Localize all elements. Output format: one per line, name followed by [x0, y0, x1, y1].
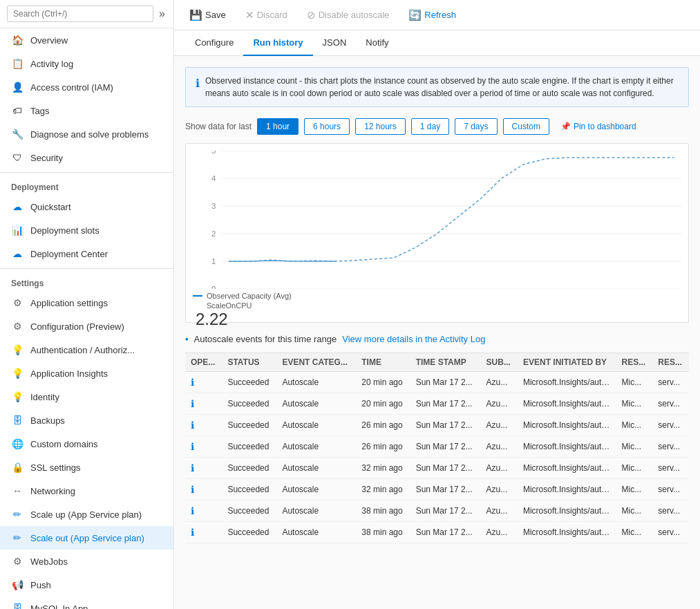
chart-value: 2.22	[196, 310, 681, 329]
sidebar-item-activity-log[interactable]: 📋 Activity log	[0, 52, 173, 75]
cell-op: ℹ	[185, 372, 222, 393]
refresh-icon: 🔄	[408, 9, 422, 21]
svg-text:4: 4	[211, 174, 216, 182]
cell-sub: Azu...	[481, 458, 518, 479]
time-btn-custom[interactable]: Custom	[503, 118, 549, 135]
tab-json[interactable]: JSON	[313, 30, 357, 56]
table-row[interactable]: ℹ Succeeded Autoscale 26 min ago Sun Mar…	[185, 415, 689, 436]
sidebar-item-identity[interactable]: 💡 Identity	[0, 385, 173, 409]
col-time: TIME	[356, 353, 410, 372]
table-row[interactable]: ℹ Succeeded Autoscale 26 min ago Sun Mar…	[185, 436, 689, 458]
configuration-icon: ⚙	[11, 320, 23, 332]
sidebar-item-scale-out[interactable]: ✏ Scale out (App Service plan)	[0, 526, 173, 550]
sidebar-item-networking[interactable]: ↔ Networking	[0, 479, 173, 503]
cell-timestamp: Sun Mar 17 2...	[410, 500, 481, 522]
table-row[interactable]: ℹ Succeeded Autoscale 38 min ago Sun Mar…	[185, 500, 689, 522]
table-row[interactable]: ℹ Succeeded Autoscale 20 min ago Sun Mar…	[185, 372, 689, 393]
cell-status: Succeeded	[222, 479, 276, 500]
cell-op: ℹ	[185, 393, 222, 415]
cell-timestamp: Sun Mar 17 2...	[410, 372, 481, 393]
time-btn-7days[interactable]: 7 days	[455, 118, 497, 135]
tab-configure[interactable]: Configure	[185, 30, 243, 56]
tab-run-history[interactable]: Run history	[243, 30, 312, 56]
activity-log-icon: 📋	[11, 57, 23, 70]
sidebar-item-app-settings[interactable]: ⚙ Application settings	[0, 291, 173, 315]
cell-initiator: Microsoft.Insights/autoscale...	[518, 436, 616, 458]
op-icon: ℹ	[191, 377, 194, 388]
tab-bar: Configure Run history JSON Notify	[174, 30, 700, 56]
pin-to-dashboard-button[interactable]: 📌 Pin to dashboard	[560, 122, 636, 131]
cell-category: Autoscale	[276, 479, 356, 500]
sidebar-item-backups[interactable]: 🗄 Backups	[0, 409, 173, 432]
pin-icon: 📌	[560, 122, 571, 131]
time-range-label: Show data for last	[185, 122, 252, 131]
sidebar-item-webjobs[interactable]: ⚙ WebJobs	[0, 550, 173, 573]
push-icon: 📢	[11, 579, 23, 591]
table-row[interactable]: ℹ Succeeded Autoscale 32 min ago Sun Mar…	[185, 458, 689, 479]
deployment-center-icon: ☁	[11, 247, 23, 260]
cell-category: Autoscale	[276, 522, 356, 543]
sidebar-item-push[interactable]: 📢 Push	[0, 573, 173, 597]
svg-text:5: 5	[211, 151, 216, 155]
sidebar-item-app-insights[interactable]: 💡 Application Insights	[0, 362, 173, 385]
sidebar-item-tags[interactable]: 🏷 Tags	[0, 99, 173, 122]
custom-domains-icon: 🌐	[11, 438, 23, 450]
cell-initiator: Microsoft.Insights/autoscale...	[518, 522, 616, 543]
sidebar-item-scale-up[interactable]: ✏ Scale up (App Service plan)	[0, 503, 173, 526]
sidebar-item-mysql[interactable]: 🗄 MySQL In App	[0, 597, 173, 609]
sidebar-item-ssl-settings[interactable]: 🔒 SSL settings	[0, 456, 173, 479]
col-sub: SUB...	[481, 353, 518, 372]
activity-log-link[interactable]: View more details in the Activity Log	[342, 334, 485, 344]
cell-res1: Mic...	[616, 372, 653, 393]
cell-timestamp: Sun Mar 17 2...	[410, 458, 481, 479]
sidebar-item-auth[interactable]: 💡 Authentication / Authoriz...	[0, 338, 173, 362]
sidebar: » 🏠 Overview 📋 Activity log 👤 Access con…	[0, 0, 174, 609]
save-icon: 💾	[189, 9, 202, 21]
cell-sub: Azu...	[481, 500, 518, 522]
sidebar-collapse-button[interactable]: »	[158, 6, 167, 21]
cell-res2: serv...	[652, 415, 689, 436]
discard-button[interactable]: ✕ Discard	[241, 6, 292, 24]
tab-notify[interactable]: Notify	[356, 30, 398, 56]
sidebar-item-quickstart[interactable]: ☁ Quickstart	[0, 195, 173, 218]
table-row[interactable]: ℹ Succeeded Autoscale 32 min ago Sun Mar…	[185, 479, 689, 500]
search-input[interactable]	[7, 6, 153, 22]
cell-initiator: Microsoft.Insights/autoscale...	[518, 372, 616, 393]
deployment-section-label: Deployment	[0, 176, 173, 195]
table-row[interactable]: ℹ Succeeded Autoscale 20 min ago Sun Mar…	[185, 393, 689, 415]
cell-sub: Azu...	[481, 522, 518, 543]
sidebar-item-security[interactable]: 🛡 Security	[0, 146, 173, 169]
cell-timestamp: Sun Mar 17 2...	[410, 522, 481, 543]
cell-op: ℹ	[185, 458, 222, 479]
cell-timestamp: Sun Mar 17 2...	[410, 393, 481, 415]
scale-up-icon: ✏	[11, 508, 23, 521]
time-btn-1day[interactable]: 1 day	[411, 118, 449, 135]
cell-time: 26 min ago	[356, 415, 410, 436]
overview-icon: 🏠	[11, 34, 23, 46]
cell-category: Autoscale	[276, 458, 356, 479]
backups-icon: 🗄	[11, 414, 23, 427]
events-table: OPE... STATUS EVENT CATEG... TIME TIME S…	[185, 353, 689, 543]
time-btn-6hours[interactable]: 6 hours	[304, 118, 350, 135]
disable-autoscale-button[interactable]: ⊘ Disable autoscale	[303, 6, 394, 24]
sidebar-item-deployment-center[interactable]: ☁ Deployment Center	[0, 242, 173, 265]
chart-legend-subtitle: ScaleOnCPU	[207, 301, 681, 310]
sidebar-item-configuration[interactable]: ⚙ Configuration (Preview)	[0, 315, 173, 338]
cell-time: 38 min ago	[356, 500, 410, 522]
cell-timestamp: Sun Mar 17 2...	[410, 415, 481, 436]
sidebar-item-access-control[interactable]: 👤 Access control (IAM)	[0, 75, 173, 99]
sidebar-item-diagnose[interactable]: 🔧 Diagnose and solve problems	[0, 122, 173, 146]
cell-res2: serv...	[652, 393, 689, 415]
sidebar-item-overview[interactable]: 🏠 Overview	[0, 28, 173, 52]
time-btn-12hours[interactable]: 12 hours	[355, 118, 406, 135]
cell-time: 32 min ago	[356, 479, 410, 500]
table-row[interactable]: ℹ Succeeded Autoscale 38 min ago Sun Mar…	[185, 522, 689, 543]
time-btn-1hour[interactable]: 1 hour	[257, 118, 299, 135]
save-button[interactable]: 💾 Save	[185, 6, 230, 24]
sidebar-item-custom-domains[interactable]: 🌐 Custom domains	[0, 432, 173, 456]
cell-op: ℹ	[185, 500, 222, 522]
scale-out-icon: ✏	[11, 532, 23, 544]
events-icon: ▪	[185, 334, 189, 344]
refresh-button[interactable]: 🔄 Refresh	[404, 6, 460, 24]
sidebar-item-deployment-slots[interactable]: 📊 Deployment slots	[0, 218, 173, 242]
